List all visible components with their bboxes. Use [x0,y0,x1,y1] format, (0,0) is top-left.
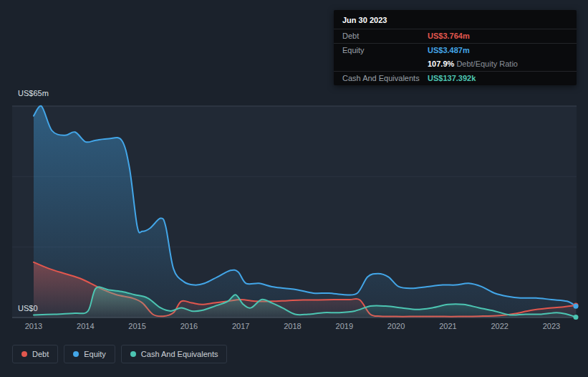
x-axis-label: 2023 [537,322,566,330]
equity-series-dot-icon [73,351,79,357]
tooltip-equity-label: Equity [342,46,428,54]
x-axis-label: 2017 [226,322,255,330]
tooltip-ratio-value: 107.9% [428,59,454,68]
legend-item-debt[interactable]: Debt [12,345,58,363]
tooltip-ratio-suffix: Debt/Equity Ratio [456,59,518,68]
cash-series-dot-icon [130,351,136,357]
debt-equity-history-panel: US$65m US$0 2013201420152016201720182019… [0,0,588,377]
chart-legend: Debt Equity Cash And Equivalents [12,345,227,363]
x-axis-label: 2021 [433,322,462,330]
legend-item-equity[interactable]: Equity [64,345,115,363]
x-axis-label: 2019 [330,322,359,330]
legend-item-label: Debt [32,350,49,358]
tooltip-equity-value: US$3.487m [428,46,568,54]
x-axis-label: 2020 [382,322,410,330]
y-axis-zero-label: US$0 [18,304,38,312]
tooltip-cash-value: US$137.392k [428,74,568,82]
tooltip-date: Jun 30 2023 [334,10,577,29]
tooltip-ratio: 107.9% Debt/Equity Ratio [428,59,568,68]
tooltip-cash-label: Cash And Equivalents [342,74,428,82]
x-axis-label: 2013 [19,322,48,330]
tooltip-debt-label: Debt [342,32,428,40]
chart-tooltip: Jun 30 2023 Debt US$3.764m Equity US$3.4… [334,10,577,85]
debt-series-dot-icon [21,351,27,357]
legend-item-cash-and-equivalents[interactable]: Cash And Equivalents [121,345,228,363]
tooltip-debt-value: US$3.764m [428,32,568,40]
equity-end-dot[interactable] [574,304,579,309]
cash-and-equivalents-end-dot[interactable] [574,315,579,320]
tooltip-ratio-row: 107.9% Debt/Equity Ratio [334,57,577,72]
x-axis-label: 2018 [279,322,307,330]
x-axis-label: 2016 [175,322,203,330]
tooltip-equity-row: Equity US$3.487m [334,44,577,57]
x-axis-label: 2015 [123,322,152,330]
y-axis-max-label: US$65m [18,89,49,97]
x-axis: 2013201420152016201720182019202020212022… [0,322,588,332]
x-axis-label: 2014 [71,322,100,330]
tooltip-cash-row: Cash And Equivalents US$137.392k [334,72,577,85]
legend-item-label: Equity [84,350,106,358]
x-axis-label: 2022 [486,322,514,330]
legend-item-label: Cash And Equivalents [141,350,218,358]
tooltip-debt-row: Debt US$3.764m [334,29,577,44]
